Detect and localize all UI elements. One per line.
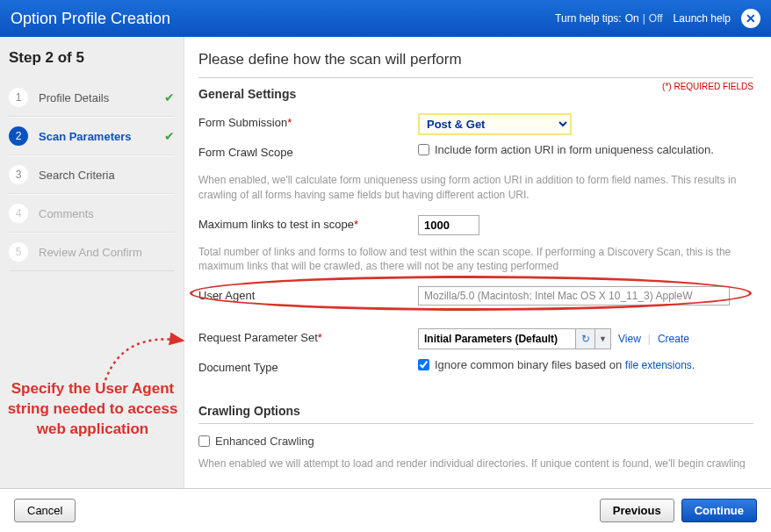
ignore-binary-checkbox[interactable]	[418, 359, 429, 370]
create-link[interactable]: Create	[658, 333, 689, 345]
wizard-sidebar: Step 2 of 5 1 Profile Details ✔ 2 Scan P…	[0, 37, 184, 488]
step-number: 5	[9, 242, 28, 262]
separator: |	[648, 333, 651, 345]
header-controls: Turn help tips: On | Off Launch help ✕	[555, 9, 760, 28]
max-links-help: Total number of links and forms to follo…	[198, 245, 753, 275]
row-max-links: Maximum links to test in scope*	[198, 215, 753, 238]
launch-help-link[interactable]: Launch help	[674, 12, 731, 25]
user-agent-input[interactable]	[418, 286, 730, 306]
separator: |	[643, 12, 645, 25]
label-max-links: Maximum links to test in scope*	[198, 215, 418, 231]
row-enhanced-crawling: Enhanced Crawling	[198, 435, 753, 448]
dialog-header: Option Profile Creation Turn help tips: …	[0, 0, 771, 37]
chevron-down-icon[interactable]: ▼	[595, 328, 611, 349]
help-tips-toggle: Turn help tips: On | Off	[555, 12, 663, 25]
step-label: Comments	[39, 207, 175, 220]
previous-button[interactable]: Previous	[600, 499, 674, 522]
form-submission-select[interactable]: Post & Get	[418, 113, 572, 135]
step-label: Review And Confirm	[39, 246, 175, 259]
step-number: 2	[9, 126, 28, 146]
dialog-footer: Cancel Previous Continue	[0, 488, 771, 532]
view-link[interactable]: View	[618, 333, 641, 345]
parameter-set-combo: ↻ ▼	[418, 328, 611, 349]
include-form-action-label: Include form action URI in form uniquene…	[435, 143, 714, 156]
check-icon: ✔	[164, 90, 175, 104]
label-document-type: Document Type	[198, 358, 418, 374]
step-number: 1	[9, 88, 28, 107]
step-scan-parameters[interactable]: 2 Scan Parameters ✔	[9, 117, 175, 155]
close-icon[interactable]: ✕	[741, 9, 760, 28]
section-crawling-options: Crawling Options	[198, 404, 753, 424]
include-form-action-checkbox[interactable]	[418, 144, 429, 155]
help-tips-label: Turn help tips:	[555, 12, 622, 25]
check-icon: ✔	[164, 129, 175, 143]
required-fields-note: (*) REQUIRED FIELDS	[662, 82, 753, 91]
enhanced-crawling-checkbox[interactable]	[198, 435, 210, 447]
step-review-confirm[interactable]: 5 Review And Confirm	[9, 233, 175, 271]
step-search-criteria[interactable]: 3 Search Criteria	[9, 155, 175, 194]
page-title: Please define how the scan will perform	[198, 51, 753, 68]
label-form-submission: Form Submission*	[198, 113, 418, 129]
step-number: 4	[9, 204, 28, 223]
enhanced-crawling-help: When enabled we will attempt to load and…	[198, 457, 753, 469]
row-request-parameter-set: Request Parameter Set* ↻ ▼ View | Create	[198, 328, 753, 351]
step-number: 3	[9, 165, 28, 184]
help-tips-on[interactable]: On	[625, 12, 639, 25]
ignore-binary-label: Ignore common binary files based on file…	[435, 358, 695, 371]
continue-button[interactable]: Continue	[681, 499, 757, 522]
max-links-input[interactable]	[418, 215, 479, 235]
annotation-arrow-icon	[88, 323, 193, 385]
enhanced-crawling-label: Enhanced Crawling	[215, 435, 314, 448]
row-form-submission: Form Submission* Post & Get	[198, 113, 753, 136]
step-comments[interactable]: 4 Comments	[9, 194, 175, 233]
parameter-set-input[interactable]	[418, 328, 576, 349]
main-panel: Please define how the scan will perform …	[184, 37, 771, 488]
file-extensions-link[interactable]: file extensions	[625, 359, 692, 371]
help-tips-off[interactable]: Off	[649, 12, 663, 25]
step-profile-details[interactable]: 1 Profile Details ✔	[9, 79, 175, 117]
cancel-button[interactable]: Cancel	[14, 499, 76, 522]
row-user-agent: User Agent	[198, 286, 753, 309]
label-user-agent: User Agent	[198, 286, 418, 302]
divider	[198, 77, 753, 78]
step-heading: Step 2 of 5	[9, 49, 175, 67]
refresh-icon[interactable]: ↻	[576, 328, 595, 349]
step-label: Scan Parameters	[39, 130, 154, 143]
row-form-crawl-scope: Form Crawl Scope Include form action URI…	[198, 143, 753, 166]
form-crawl-help: When enabled, we'll calculate form uniqu…	[198, 173, 753, 203]
annotation-text: Specify the User Agent string needed to …	[7, 379, 178, 440]
label-form-crawl-scope: Form Crawl Scope	[198, 143, 418, 159]
step-list: 1 Profile Details ✔ 2 Scan Parameters ✔ …	[9, 79, 175, 271]
step-label: Search Criteria	[39, 169, 175, 182]
label-request-parameter-set: Request Parameter Set*	[198, 328, 418, 344]
step-label: Profile Details	[39, 91, 154, 104]
dialog-title: Option Profile Creation	[11, 10, 170, 28]
row-document-type: Document Type Ignore common binary files…	[198, 358, 753, 381]
